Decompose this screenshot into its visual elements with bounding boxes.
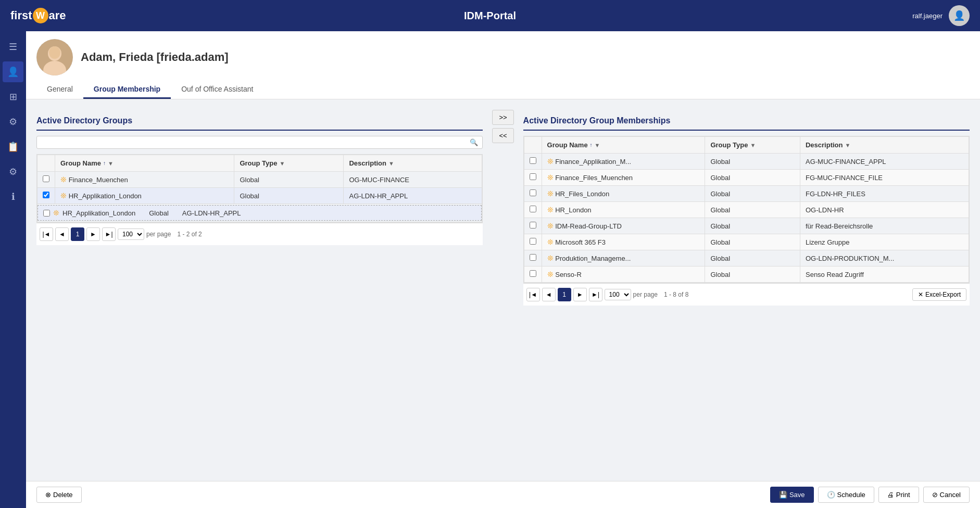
right-row2-type: Global [705,186,800,202]
sidebar-item-tasks[interactable]: 📋 [3,136,23,157]
right-row4-type: Global [705,218,800,234]
logo[interactable]: first W are [10,8,66,23]
table-row[interactable]: ❊ HR_London Global OG-LDN-HR [524,202,969,218]
right-record-count: 1 - 8 of 8 [664,291,688,298]
search-bar: 🔍 [36,136,483,149]
checkbox-right-row2[interactable] [530,189,536,196]
tab-general[interactable]: General [36,81,83,99]
table-row[interactable]: ❊ Finance_Muenchen Global OG-MUC-FINANCE [37,172,482,188]
left-table: Group Name ↑ ▼ Group Type ▼ [37,155,482,222]
transfer-back-btn[interactable]: << [492,128,513,143]
transfer-forward-btn[interactable]: >> [492,110,513,125]
right-row5-desc: Lizenz Gruppe [800,234,969,250]
sidebar-item-apps[interactable]: ⊞ [3,86,23,107]
checkbox-right-row3[interactable] [530,206,536,212]
right-col-grouptype[interactable]: Group Type ▼ [705,137,800,154]
checkbox-row1[interactable] [43,175,49,182]
right-row6-checkbox[interactable] [524,250,542,266]
tab-out-of-office[interactable]: Ouf of Office Assistant [171,81,263,99]
right-page-1-btn[interactable]: 1 [558,288,571,301]
cancel-button[interactable]: ⊘ Cancel [923,487,970,503]
sidebar-item-info[interactable]: ℹ [3,186,23,207]
right-row6-name: ❊ Produktion_Manageme... [542,250,705,266]
right-row1-checkbox[interactable] [524,170,542,186]
per-page-label: per page [146,231,171,238]
search-icon[interactable]: 🔍 [470,138,478,146]
checkbox-right-row7[interactable] [530,270,536,277]
right-col-description[interactable]: Description ▼ [800,137,969,154]
page-size-select[interactable]: 100 50 25 [118,228,144,240]
right-row3-checkbox[interactable] [524,202,542,218]
right-next-page-btn[interactable]: ► [573,288,587,301]
first-page-btn[interactable]: |◄ [40,227,53,241]
drag-checkbox[interactable] [43,210,50,217]
left-col-grouptype[interactable]: Group Type ▼ [234,155,344,172]
group-icon: ❊ [60,192,67,200]
table-row[interactable]: ❊ Senso-R Global Senso Read Zugriff [524,266,969,283]
left-col-groupname[interactable]: Group Name ↑ ▼ [55,155,234,172]
table-row[interactable]: ❊ Produktion_Manageme... Global OG-LDN-P… [524,250,969,266]
tab-group-membership[interactable]: Group Membership [83,81,171,99]
right-page-size-select[interactable]: 100 50 25 [605,289,631,300]
right-row0-checkbox[interactable] [524,154,542,170]
left-row2-checkbox[interactable] [37,188,55,204]
left-col-description[interactable]: Description ▼ [344,155,482,172]
filter-grouptype-icon[interactable]: ▼ [279,160,285,167]
left-row2-desc: AG-LDN-HR_APPL [344,188,482,204]
right-last-page-btn[interactable]: ►| [589,288,602,301]
right-filter-desc-icon[interactable]: ▼ [845,142,851,148]
checkbox-row2[interactable] [43,192,49,198]
right-row5-name: ❊ Microsoft 365 F3 [542,234,705,250]
right-col-groupname[interactable]: Group Name ↑ ▼ [542,137,705,154]
sidebar-item-settings[interactable]: ⚙ [3,111,23,132]
excel-export-btn[interactable]: ✕ Excel-Export [912,288,966,301]
prev-page-btn[interactable]: ◄ [55,227,69,241]
page-1-btn[interactable]: 1 [71,227,84,241]
checkbox-right-row0[interactable] [530,157,536,164]
group-icon: ❊ [547,254,554,262]
right-row7-type: Global [705,266,800,283]
group-icon: ❊ [547,173,554,182]
logo-w-icon: W [33,8,48,23]
right-first-page-btn[interactable]: |◄ [526,288,540,301]
sidebar-item-config[interactable]: ⚙ [3,161,23,182]
filter-groupname-icon[interactable]: ▼ [108,160,114,167]
search-input[interactable] [41,138,470,146]
last-page-btn[interactable]: ►| [102,227,116,241]
print-button[interactable]: 🖨 Print [878,487,919,503]
filter-description-icon[interactable]: ▼ [388,160,394,167]
right-sort-arrow-icon: ↑ [590,142,593,148]
left-row1-checkbox[interactable] [37,172,55,188]
table-row[interactable]: ❊ HR_Files_London Global FG-LDN-HR_FILES [524,186,969,202]
schedule-button[interactable]: 🕐 Schedule [818,487,874,503]
left-row1-name: ❊ Finance_Muenchen [55,172,234,188]
right-row3-name: ❊ HR_London [542,202,705,218]
right-row7-checkbox[interactable] [524,266,542,283]
right-row4-checkbox[interactable] [524,218,542,234]
table-row[interactable]: ❊ IDM-Read-Group-LTD Global für Read-Ber… [524,218,969,234]
table-row[interactable]: ❊ HR_Applikation_London Global AG-LDN-HR… [37,188,482,204]
transfer-buttons: >> << [488,110,518,143]
right-filter-grouptype-icon[interactable]: ▼ [750,142,756,148]
save-button[interactable]: 💾 Save [770,487,814,503]
right-row2-checkbox[interactable] [524,186,542,202]
navbar: first W are IDM-Portal ralf.jaeger 👤 [0,0,980,31]
avatar[interactable]: 👤 [949,5,970,26]
checkbox-right-row5[interactable] [530,238,536,245]
schedule-icon: 🕐 [827,491,835,499]
right-prev-page-btn[interactable]: ◄ [542,288,556,301]
right-filter-groupname-icon[interactable]: ▼ [595,142,600,148]
right-row5-checkbox[interactable] [524,234,542,250]
delete-button[interactable]: ⊗ Delete [36,487,82,503]
checkbox-right-row6[interactable] [530,254,536,261]
table-row[interactable]: ❊ Microsoft 365 F3 Global Lizenz Gruppe [524,234,969,250]
table-row[interactable]: ❊ Finance_Files_Muenchen Global FG-MUC-F… [524,170,969,186]
sidebar-item-menu[interactable]: ☰ [3,36,23,57]
sidebar-item-user[interactable]: 👤 [3,61,23,82]
checkbox-right-row1[interactable] [530,173,536,180]
table-row[interactable]: ❊ Finance_Applikation_M... Global AG-MUC… [524,154,969,170]
profile-photo [36,39,73,75]
drag-group-icon: ❊ [53,209,59,217]
next-page-btn[interactable]: ► [86,227,100,241]
checkbox-right-row4[interactable] [530,222,536,228]
